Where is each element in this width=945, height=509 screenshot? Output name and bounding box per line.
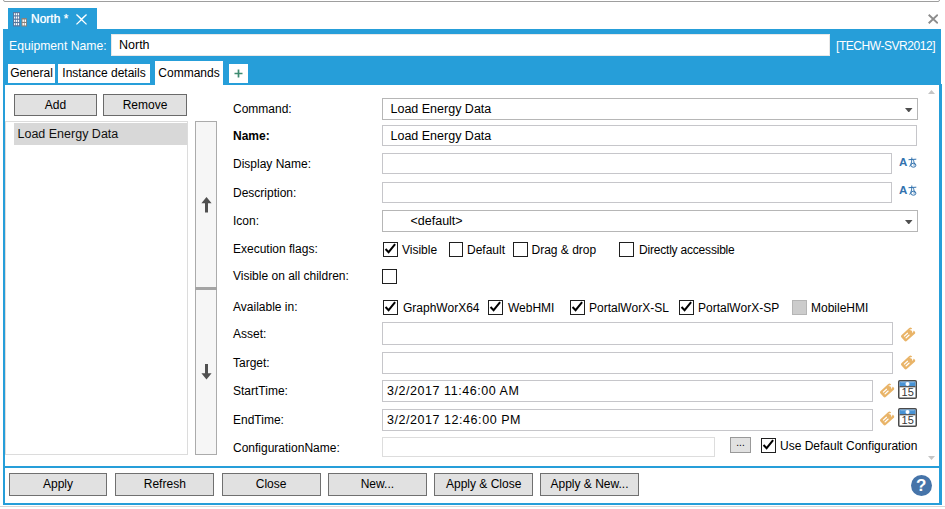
svg-text:15: 15 [902, 386, 914, 398]
svg-text:15: 15 [902, 414, 914, 426]
